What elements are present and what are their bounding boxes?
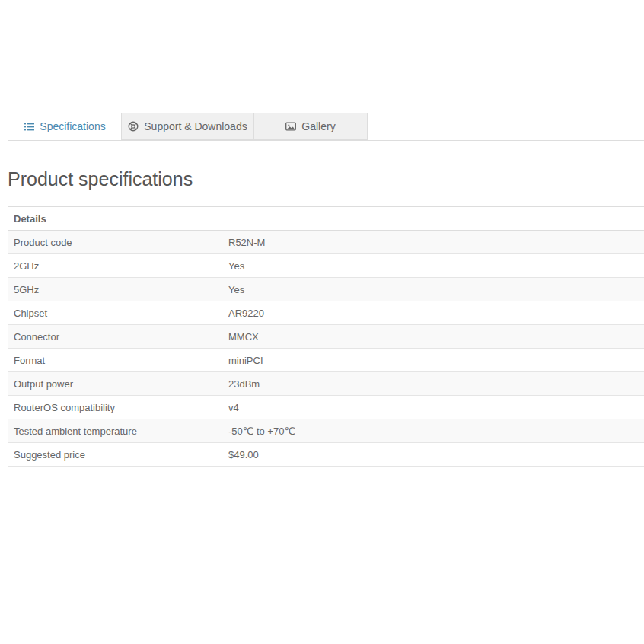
table-row: Suggested price$49.00 <box>8 443 644 467</box>
gallery-icon <box>285 121 296 132</box>
row-value: v4 <box>228 402 644 413</box>
table-row: Tested ambient temperature-50℃ to +70℃ <box>8 419 644 443</box>
table-row: ConnectorMMCX <box>8 325 644 349</box>
table-header-label: Details <box>8 213 228 225</box>
table-row: 2GHzYes <box>8 254 644 278</box>
top-spacer <box>8 0 644 113</box>
row-label: Tested ambient temperature <box>8 426 228 437</box>
row-value: AR9220 <box>228 308 644 319</box>
table-row: 5GHzYes <box>8 278 644 301</box>
row-label: Output power <box>8 378 228 390</box>
row-label: RouterOS compatibility <box>8 402 228 413</box>
table-header-row: Details <box>8 207 644 231</box>
tab-support-downloads[interactable]: Support & Downloads <box>121 113 254 140</box>
table-row: FormatminiPCI <box>8 349 644 372</box>
row-value: Yes <box>228 284 644 295</box>
tab-label: Gallery <box>301 120 335 132</box>
support-icon <box>128 121 139 132</box>
row-label: Suggested price <box>8 449 228 461</box>
row-label: Connector <box>8 331 228 343</box>
table-row: ChipsetAR9220 <box>8 301 644 325</box>
row-label: 5GHz <box>8 284 228 295</box>
row-label: Product code <box>8 237 228 248</box>
row-value: 23dBm <box>228 378 644 390</box>
tab-gallery[interactable]: Gallery <box>253 113 368 140</box>
page-title: Product specifications <box>8 166 644 192</box>
row-label: 2GHz <box>8 260 228 272</box>
row-label: Chipset <box>8 308 228 319</box>
table-row: Output power23dBm <box>8 372 644 396</box>
bottom-divider <box>8 512 644 512</box>
list-icon <box>24 121 34 132</box>
tab-specifications[interactable]: Specifications <box>8 113 122 140</box>
row-value: -50℃ to +70℃ <box>228 426 644 437</box>
row-value: Yes <box>228 260 644 272</box>
row-value: $49.00 <box>228 449 644 461</box>
specifications-table: Details Product codeR52N-M2GHzYes5GHzYes… <box>8 206 644 467</box>
table-row: Product codeR52N-M <box>8 231 644 254</box>
row-value: miniPCI <box>228 355 644 366</box>
row-value: MMCX <box>228 331 644 343</box>
tab-label: Specifications <box>40 120 105 132</box>
row-value: R52N-M <box>228 237 644 248</box>
row-label: Format <box>8 355 228 366</box>
product-page: SpecificationsSupport & DownloadsGallery… <box>0 0 644 644</box>
tab-label: Support & Downloads <box>144 120 247 132</box>
table-row: RouterOS compatibilityv4 <box>8 396 644 419</box>
tab-bar: SpecificationsSupport & DownloadsGallery <box>8 113 644 141</box>
